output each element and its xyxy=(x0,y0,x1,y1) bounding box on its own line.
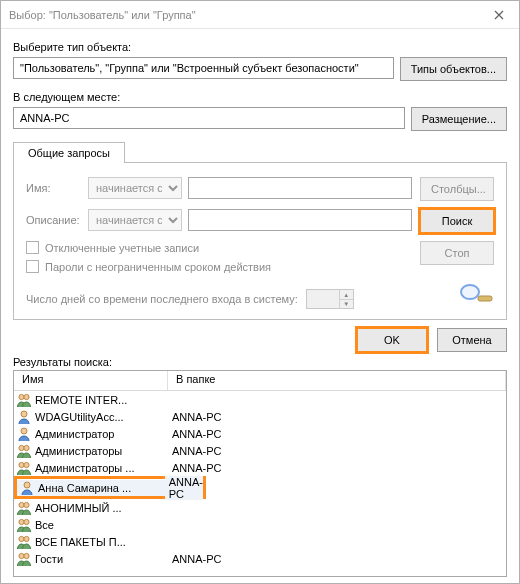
table-row[interactable]: ВСЕ ПАКЕТЫ П... xyxy=(14,533,506,550)
name-input[interactable] xyxy=(188,177,412,199)
column-name[interactable]: Имя xyxy=(14,371,168,390)
svg-point-5 xyxy=(21,428,27,434)
row-name: WDAGUtilityAcc... xyxy=(35,411,124,423)
svg-point-17 xyxy=(19,553,24,558)
svg-point-18 xyxy=(24,553,29,558)
cancel-button[interactable]: Отмена xyxy=(437,328,507,352)
chevron-up-icon[interactable]: ▲ xyxy=(339,290,353,299)
description-label: Описание: xyxy=(26,214,82,226)
object-types-button[interactable]: Типы объектов... xyxy=(400,57,507,81)
close-button[interactable] xyxy=(479,1,519,28)
name-label: Имя: xyxy=(26,182,82,194)
columns-button[interactable]: Столбцы... xyxy=(420,177,494,201)
svg-point-4 xyxy=(21,411,27,417)
table-row[interactable]: АдминистраторыANNA-PC xyxy=(14,442,506,459)
group-icon xyxy=(16,534,32,550)
svg-rect-1 xyxy=(478,296,492,301)
user-icon xyxy=(16,426,32,442)
object-type-field[interactable] xyxy=(13,57,394,79)
row-name: Администраторы ... xyxy=(35,462,135,474)
user-icon xyxy=(19,480,35,496)
tab-common-queries[interactable]: Общие запросы xyxy=(13,142,125,163)
table-row[interactable]: АдминистраторANNA-PC xyxy=(14,425,506,442)
row-name: АНОНИМНЫЙ ... xyxy=(35,502,122,514)
svg-point-0 xyxy=(461,285,479,299)
row-name: Администратор xyxy=(35,428,114,440)
results-list: Имя В папке REMOTE INTER...WDAGUtilityAc… xyxy=(13,370,507,577)
row-name: Гости xyxy=(35,553,63,565)
results-header: Имя В папке xyxy=(14,371,506,391)
object-type-label: Выберите тип объекта: xyxy=(13,41,507,53)
name-match-select[interactable]: начинается с xyxy=(88,177,182,199)
description-input[interactable] xyxy=(188,209,412,231)
disabled-accounts-checkbox[interactable] xyxy=(26,241,39,254)
row-folder: ANNA-PC xyxy=(165,476,203,500)
chevron-down-icon[interactable]: ▼ xyxy=(339,299,353,308)
svg-point-14 xyxy=(24,519,29,524)
table-row[interactable]: Администраторы ...ANNA-PC xyxy=(14,459,506,476)
close-icon xyxy=(494,7,504,23)
locations-button[interactable]: Размещение... xyxy=(411,107,507,131)
selection-highlight: Анна Самарина ...ANNA-PC xyxy=(14,476,206,499)
dialog-window: Выбор: "Пользователь" или "Группа" Выбер… xyxy=(0,0,520,584)
group-icon xyxy=(16,392,32,408)
results-body[interactable]: REMOTE INTER...WDAGUtilityAcc...ANNA-PCА… xyxy=(14,391,506,576)
svg-point-7 xyxy=(24,445,29,450)
svg-point-2 xyxy=(19,394,24,399)
results-label: Результаты поиска: xyxy=(13,356,507,368)
user-icon xyxy=(16,409,32,425)
row-name: ВСЕ ПАКЕТЫ П... xyxy=(35,536,126,548)
svg-point-15 xyxy=(19,536,24,541)
row-name: Все xyxy=(35,519,54,531)
table-row[interactable]: WDAGUtilityAcc...ANNA-PC xyxy=(14,408,506,425)
days-since-login-label: Число дней со времени последнего входа в… xyxy=(26,293,298,305)
password-noexpire-label: Пароли с неограниченным сроком действия xyxy=(45,261,271,273)
window-title: Выбор: "Пользователь" или "Группа" xyxy=(9,9,479,21)
row-name: Анна Самарина ... xyxy=(38,482,131,494)
disabled-accounts-label: Отключенные учетные записи xyxy=(45,242,199,254)
svg-point-11 xyxy=(19,502,24,507)
svg-point-12 xyxy=(24,502,29,507)
row-name: REMOTE INTER... xyxy=(35,394,127,406)
table-row[interactable]: ГостиANNA-PC xyxy=(14,550,506,567)
titlebar: Выбор: "Пользователь" или "Группа" xyxy=(1,1,519,29)
row-name: Администраторы xyxy=(35,445,122,457)
group-icon xyxy=(16,517,32,533)
location-label: В следующем месте: xyxy=(13,91,507,103)
group-icon xyxy=(16,551,32,567)
table-row[interactable]: АНОНИМНЫЙ ... xyxy=(14,499,506,516)
group-icon xyxy=(16,443,32,459)
svg-point-8 xyxy=(19,462,24,467)
row-folder: ANNA-PC xyxy=(168,462,506,474)
svg-point-10 xyxy=(24,482,30,488)
password-noexpire-checkbox[interactable] xyxy=(26,260,39,273)
svg-point-3 xyxy=(24,394,29,399)
row-folder: ANNA-PC xyxy=(168,445,506,457)
row-folder: ANNA-PC xyxy=(168,411,506,423)
row-folder: ANNA-PC xyxy=(168,553,506,565)
table-row[interactable]: Анна Самарина ...ANNA-PC xyxy=(17,479,203,496)
description-match-select[interactable]: начинается с xyxy=(88,209,182,231)
ok-button[interactable]: OK xyxy=(357,328,427,352)
location-field[interactable] xyxy=(13,107,405,129)
tab-panel: Имя: начинается с Описание: начинается с xyxy=(13,162,507,320)
dialog-body: Выберите тип объекта: Типы объектов... В… xyxy=(1,29,519,583)
table-row[interactable]: Все xyxy=(14,516,506,533)
svg-point-9 xyxy=(24,462,29,467)
column-folder[interactable]: В папке xyxy=(168,371,506,390)
group-icon xyxy=(16,500,32,516)
magnifier-icon xyxy=(456,279,494,309)
svg-point-13 xyxy=(19,519,24,524)
svg-point-16 xyxy=(24,536,29,541)
svg-point-6 xyxy=(19,445,24,450)
days-spin[interactable]: ▲ ▼ xyxy=(306,289,354,309)
table-row[interactable]: REMOTE INTER... xyxy=(14,391,506,408)
tabs: Общие запросы Имя: начинается с Описание… xyxy=(13,141,507,320)
row-folder: ANNA-PC xyxy=(168,428,506,440)
group-icon xyxy=(16,460,32,476)
stop-button[interactable]: Стоп xyxy=(420,241,494,265)
find-now-button[interactable]: Поиск xyxy=(420,209,494,233)
